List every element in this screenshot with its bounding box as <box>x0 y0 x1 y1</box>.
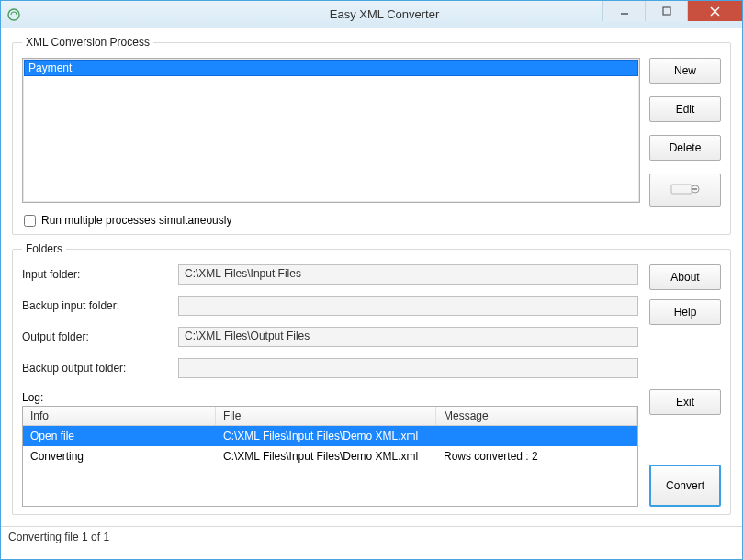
svg-rect-2 <box>663 7 670 15</box>
log-header-info[interactable]: Info <box>23 407 216 425</box>
output-folder-label: Output folder: <box>22 330 178 343</box>
process-legend: XML Conversion Process <box>22 36 153 49</box>
process-item[interactable]: Payment <box>24 60 638 76</box>
log-cell-file: C:\XML Files\Input Files\Demo XML.xml <box>216 448 436 465</box>
folders-group: Folders Input folder: C:\XML Files\Input… <box>12 242 731 515</box>
process-group: XML Conversion Process Payment New Edit … <box>12 36 731 235</box>
backup-output-label: Backup output folder: <box>22 362 178 375</box>
close-button[interactable] <box>687 1 742 21</box>
help-button[interactable]: Help <box>649 299 721 325</box>
log-label: Log: <box>22 391 638 404</box>
edit-button[interactable]: Edit <box>649 96 721 122</box>
settings-button[interactable] <box>649 174 721 207</box>
backup-output-field[interactable] <box>178 358 638 378</box>
backup-input-label: Backup input folder: <box>22 299 178 312</box>
svg-point-0 <box>8 9 19 20</box>
title-bar: Easy XML Converter <box>1 1 742 28</box>
svg-rect-7 <box>692 188 697 190</box>
run-multiple-label: Run multiple processes simultaneously <box>41 214 231 227</box>
log-cell-message <box>436 428 637 444</box>
log-header-file[interactable]: File <box>216 407 436 425</box>
wrench-icon <box>670 181 701 200</box>
input-folder-field[interactable]: C:\XML Files\Input Files <box>178 264 638 285</box>
about-button[interactable]: About <box>649 264 721 290</box>
svg-rect-5 <box>671 185 692 194</box>
output-folder-field[interactable]: C:\XML Files\Output Files <box>178 327 638 347</box>
log-header: Info File Message <box>23 407 637 426</box>
minimize-button[interactable] <box>602 1 645 21</box>
process-list[interactable]: Payment <box>22 58 640 203</box>
convert-button[interactable]: Convert <box>649 465 721 507</box>
status-bar: Converting file 1 of 1 <box>1 526 742 549</box>
log-header-message[interactable]: Message <box>436 407 637 425</box>
new-button[interactable]: New <box>649 58 721 84</box>
run-multiple-checkbox[interactable] <box>24 215 36 227</box>
folders-legend: Folders <box>22 242 66 255</box>
log-cell-message: Rows converted : 2 <box>436 448 637 465</box>
input-folder-label: Input folder: <box>22 268 178 281</box>
app-icon <box>6 7 21 22</box>
delete-button[interactable]: Delete <box>649 135 721 161</box>
log-list[interactable]: Info File Message Open file C:\XML Files… <box>22 406 638 507</box>
exit-button[interactable]: Exit <box>649 389 721 415</box>
maximize-button[interactable] <box>645 1 687 21</box>
log-cell-info: Open file <box>23 428 216 444</box>
log-cell-info: Converting <box>23 448 216 465</box>
backup-input-field[interactable] <box>178 296 638 316</box>
log-cell-file: C:\XML Files\Input Files\Demo XML.xml <box>216 428 436 444</box>
log-row[interactable]: Converting C:\XML Files\Input Files\Demo… <box>23 446 637 466</box>
log-row[interactable]: Open file C:\XML Files\Input Files\Demo … <box>23 426 637 446</box>
